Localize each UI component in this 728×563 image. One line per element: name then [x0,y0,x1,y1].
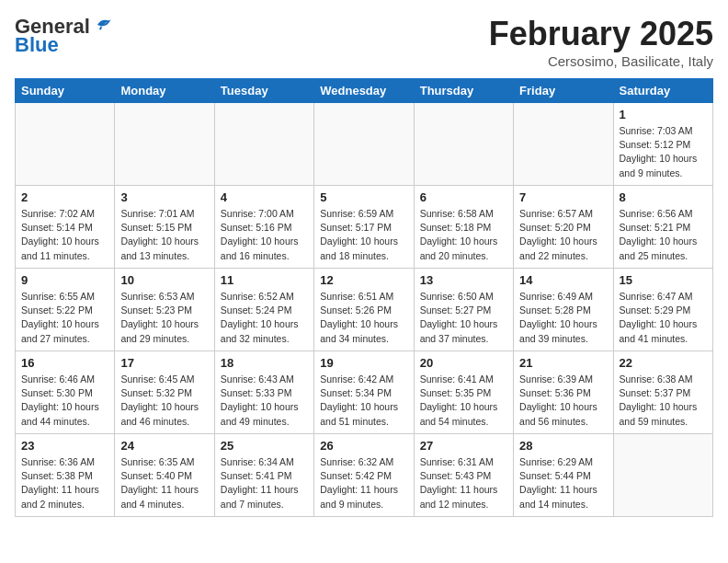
day-cell [214,103,313,186]
day-info: Sunrise: 6:36 AM Sunset: 5:38 PM Dayligh… [21,455,108,511]
day-info: Sunrise: 6:45 AM Sunset: 5:32 PM Dayligh… [120,373,208,429]
day-info: Sunrise: 6:41 AM Sunset: 5:35 PM Dayligh… [420,373,507,429]
weekday-header-tuesday: Tuesday [214,79,313,103]
day-cell: 17Sunrise: 6:45 AM Sunset: 5:32 PM Dayli… [115,351,214,434]
day-info: Sunrise: 7:00 AM Sunset: 5:16 PM Dayligh… [221,207,308,263]
day-number: 24 [120,439,208,453]
logo-bird-icon [92,15,112,35]
day-number: 15 [620,273,707,287]
day-cell: 13Sunrise: 6:50 AM Sunset: 5:27 PM Dayli… [414,269,513,351]
day-cell: 7Sunrise: 6:57 AM Sunset: 5:20 PM Daylig… [514,186,613,269]
day-info: Sunrise: 6:31 AM Sunset: 5:43 PM Dayligh… [420,455,507,511]
day-number: 14 [519,273,607,287]
calendar-table: SundayMondayTuesdayWednesdayThursdayFrid… [15,78,713,517]
day-cell: 6Sunrise: 6:58 AM Sunset: 5:18 PM Daylig… [414,186,513,269]
day-number: 20 [420,356,507,370]
day-number: 25 [221,439,308,453]
day-cell [514,103,613,186]
day-cell: 23Sunrise: 6:36 AM Sunset: 5:38 PM Dayli… [16,434,115,517]
day-cell [613,434,712,517]
day-cell: 25Sunrise: 6:34 AM Sunset: 5:41 PM Dayli… [214,434,313,517]
day-cell: 10Sunrise: 6:53 AM Sunset: 5:23 PM Dayli… [115,269,214,351]
day-info: Sunrise: 7:03 AM Sunset: 5:12 PM Dayligh… [620,124,707,180]
day-number: 6 [420,190,507,204]
day-info: Sunrise: 6:35 AM Sunset: 5:40 PM Dayligh… [120,455,208,511]
day-number: 28 [519,439,607,453]
day-cell: 20Sunrise: 6:41 AM Sunset: 5:35 PM Dayli… [414,351,513,434]
day-cell: 5Sunrise: 6:59 AM Sunset: 5:17 PM Daylig… [314,186,414,269]
day-number: 5 [320,190,407,204]
day-number: 16 [21,356,108,370]
day-info: Sunrise: 6:32 AM Sunset: 5:42 PM Dayligh… [320,455,407,511]
day-cell: 1Sunrise: 7:03 AM Sunset: 5:12 PM Daylig… [613,103,712,186]
day-number: 4 [221,190,308,204]
day-info: Sunrise: 6:46 AM Sunset: 5:30 PM Dayligh… [21,373,108,429]
day-info: Sunrise: 6:42 AM Sunset: 5:34 PM Dayligh… [320,373,407,429]
day-cell: 19Sunrise: 6:42 AM Sunset: 5:34 PM Dayli… [314,351,414,434]
weekday-header-row: SundayMondayTuesdayWednesdayThursdayFrid… [16,79,713,103]
day-number: 3 [120,190,208,204]
day-number: 9 [21,273,108,287]
weekday-header-monday: Monday [115,79,214,103]
day-number: 7 [519,190,607,204]
day-number: 19 [320,356,407,370]
day-info: Sunrise: 6:38 AM Sunset: 5:37 PM Dayligh… [620,373,707,429]
day-info: Sunrise: 6:53 AM Sunset: 5:23 PM Dayligh… [120,290,208,346]
day-info: Sunrise: 6:56 AM Sunset: 5:21 PM Dayligh… [620,207,707,263]
day-cell: 2Sunrise: 7:02 AM Sunset: 5:14 PM Daylig… [16,186,115,269]
day-number: 23 [21,439,108,453]
day-number: 12 [320,273,407,287]
location-subtitle: Cersosimo, Basilicate, Italy [489,53,713,69]
day-number: 22 [620,356,707,370]
day-cell: 16Sunrise: 6:46 AM Sunset: 5:30 PM Dayli… [16,351,115,434]
day-cell: 26Sunrise: 6:32 AM Sunset: 5:42 PM Dayli… [314,434,414,517]
week-row-3: 9Sunrise: 6:55 AM Sunset: 5:22 PM Daylig… [16,269,713,351]
day-number: 11 [221,273,308,287]
day-cell: 9Sunrise: 6:55 AM Sunset: 5:22 PM Daylig… [16,269,115,351]
day-cell: 28Sunrise: 6:29 AM Sunset: 5:44 PM Dayli… [514,434,613,517]
day-cell: 21Sunrise: 6:39 AM Sunset: 5:36 PM Dayli… [514,351,613,434]
day-info: Sunrise: 6:39 AM Sunset: 5:36 PM Dayligh… [519,373,607,429]
day-cell: 14Sunrise: 6:49 AM Sunset: 5:28 PM Dayli… [514,269,613,351]
day-cell: 18Sunrise: 6:43 AM Sunset: 5:33 PM Dayli… [214,351,313,434]
day-cell: 27Sunrise: 6:31 AM Sunset: 5:43 PM Dayli… [414,434,513,517]
day-number: 26 [320,439,407,453]
weekday-header-friday: Friday [514,79,613,103]
day-info: Sunrise: 6:43 AM Sunset: 5:33 PM Dayligh… [221,373,308,429]
weekday-header-thursday: Thursday [414,79,513,103]
logo-blue-text: Blue [15,33,59,57]
day-cell: 3Sunrise: 7:01 AM Sunset: 5:15 PM Daylig… [115,186,214,269]
day-number: 21 [519,356,607,370]
week-row-4: 16Sunrise: 6:46 AM Sunset: 5:30 PM Dayli… [16,351,713,434]
day-cell [115,103,214,186]
day-info: Sunrise: 7:01 AM Sunset: 5:15 PM Dayligh… [120,207,208,263]
day-info: Sunrise: 7:02 AM Sunset: 5:14 PM Dayligh… [21,207,108,263]
week-row-1: 1Sunrise: 7:03 AM Sunset: 5:12 PM Daylig… [16,103,713,186]
day-cell: 11Sunrise: 6:52 AM Sunset: 5:24 PM Dayli… [214,269,313,351]
title-block: February 2025 Cersosimo, Basilicate, Ita… [489,15,713,69]
day-info: Sunrise: 6:47 AM Sunset: 5:29 PM Dayligh… [620,290,707,346]
day-cell: 8Sunrise: 6:56 AM Sunset: 5:21 PM Daylig… [613,186,712,269]
day-cell: 4Sunrise: 7:00 AM Sunset: 5:16 PM Daylig… [214,186,313,269]
day-info: Sunrise: 6:51 AM Sunset: 5:26 PM Dayligh… [320,290,407,346]
page-header: General Blue February 2025 Cersosimo, Ba… [15,15,713,69]
day-number: 1 [620,108,707,121]
day-number: 27 [420,439,507,453]
day-cell [314,103,414,186]
day-number: 18 [221,356,308,370]
day-cell: 12Sunrise: 6:51 AM Sunset: 5:26 PM Dayli… [314,269,414,351]
day-info: Sunrise: 6:34 AM Sunset: 5:41 PM Dayligh… [221,455,308,511]
weekday-header-sunday: Sunday [16,79,115,103]
day-info: Sunrise: 6:49 AM Sunset: 5:28 PM Dayligh… [519,290,607,346]
month-title: February 2025 [489,15,713,53]
logo: General Blue [15,15,112,57]
day-cell: 15Sunrise: 6:47 AM Sunset: 5:29 PM Dayli… [613,269,712,351]
day-number: 10 [120,273,208,287]
day-info: Sunrise: 6:52 AM Sunset: 5:24 PM Dayligh… [221,290,308,346]
day-number: 8 [620,190,707,204]
day-info: Sunrise: 6:55 AM Sunset: 5:22 PM Dayligh… [21,290,108,346]
day-info: Sunrise: 6:57 AM Sunset: 5:20 PM Dayligh… [519,207,607,263]
day-cell: 22Sunrise: 6:38 AM Sunset: 5:37 PM Dayli… [613,351,712,434]
day-info: Sunrise: 6:29 AM Sunset: 5:44 PM Dayligh… [519,455,607,511]
day-number: 2 [21,190,108,204]
